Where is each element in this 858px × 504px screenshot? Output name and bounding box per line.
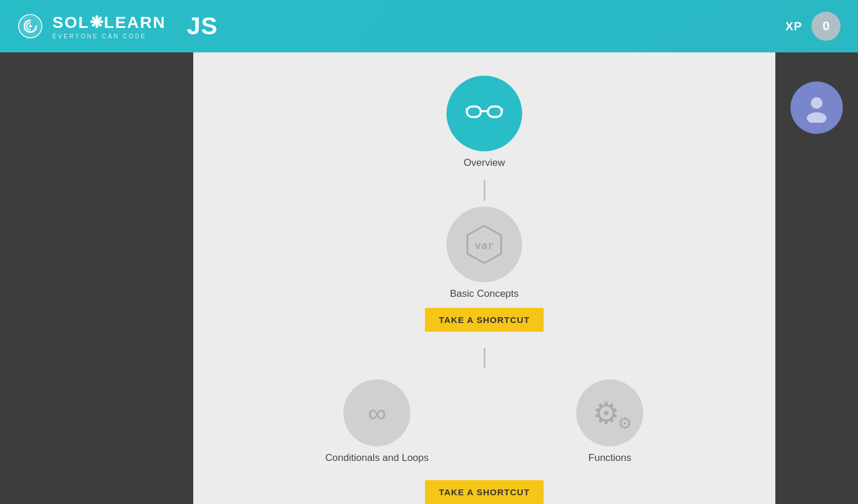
logo-area: SOL❋LEARN EVERYONE CAN CODE JS [17, 12, 218, 40]
avatar[interactable] [790, 81, 843, 134]
connector-2 [484, 348, 485, 368]
avatar-icon [802, 93, 832, 123]
left-sidebar [0, 52, 193, 504]
course-label: JS [187, 12, 218, 40]
var-hex-icon: var [463, 223, 505, 265]
content-area: Overview var Basic Concepts TAKE A SHORT… [193, 52, 775, 504]
conditionals-shortcut-button[interactable]: TAKE A SHORTCUT [425, 480, 544, 504]
basic-concepts-shortcut-button[interactable]: TAKE A SHORTCUT [425, 308, 544, 332]
svg-line-5 [466, 109, 467, 111]
glasses-icon [466, 103, 503, 124]
functions-node[interactable]: ⚙ ⚙ Functions [576, 379, 643, 464]
overview-label: Overview [464, 157, 505, 169]
right-panel [775, 52, 858, 504]
overview-row: Overview [193, 76, 775, 169]
basic-concepts-label: Basic Concepts [450, 288, 519, 300]
app-header: SOL❋LEARN EVERYONE CAN CODE JS XP 0 [0, 0, 858, 52]
header-right: XP 0 [785, 12, 841, 41]
basic-concepts-circle[interactable]: var [446, 207, 522, 282]
xp-label: XP [785, 20, 802, 33]
main-layout: Overview var Basic Concepts TAKE A SHORT… [0, 52, 858, 504]
avatar-circle[interactable] [790, 81, 843, 134]
functions-circle[interactable]: ⚙ ⚙ [576, 379, 643, 446]
svg-text:var: var [475, 239, 494, 251]
logo-tagline-text: EVERYONE CAN CODE [52, 33, 166, 40]
svg-line-6 [502, 109, 503, 111]
conditionals-node[interactable]: ∞ Conditionals and Loops [325, 379, 429, 464]
svg-point-1 [29, 25, 32, 28]
basic-concepts-node[interactable]: var Basic Concepts TAKE A SHORTCUT [425, 207, 544, 332]
basic-concepts-row: var Basic Concepts TAKE A SHORTCUT [193, 207, 775, 332]
svg-rect-3 [488, 107, 502, 117]
svg-point-9 [811, 97, 822, 109]
xp-badge: 0 [811, 12, 841, 41]
conditionals-circle[interactable]: ∞ [343, 379, 410, 446]
svg-rect-2 [467, 107, 481, 117]
gear-icon: ⚙ ⚙ [593, 396, 627, 431]
bottom-nodes-row: ∞ Conditionals and Loops ⚙ ⚙ Functions [251, 379, 717, 464]
logo-text: SOL❋LEARN EVERYONE CAN CODE [52, 13, 166, 40]
infinity-icon: ∞ [368, 400, 386, 426]
overview-node[interactable]: Overview [446, 76, 522, 169]
sololearn-logo-icon [17, 13, 43, 39]
svg-point-10 [807, 112, 827, 123]
functions-label: Functions [588, 452, 632, 464]
connector-1 [484, 180, 485, 201]
overview-circle[interactable] [446, 76, 522, 151]
conditionals-label: Conditionals and Loops [325, 452, 429, 464]
second-shortcut-row: TAKE A SHORTCUT [425, 478, 544, 504]
logo-name-text: SOL❋LEARN [52, 13, 166, 32]
